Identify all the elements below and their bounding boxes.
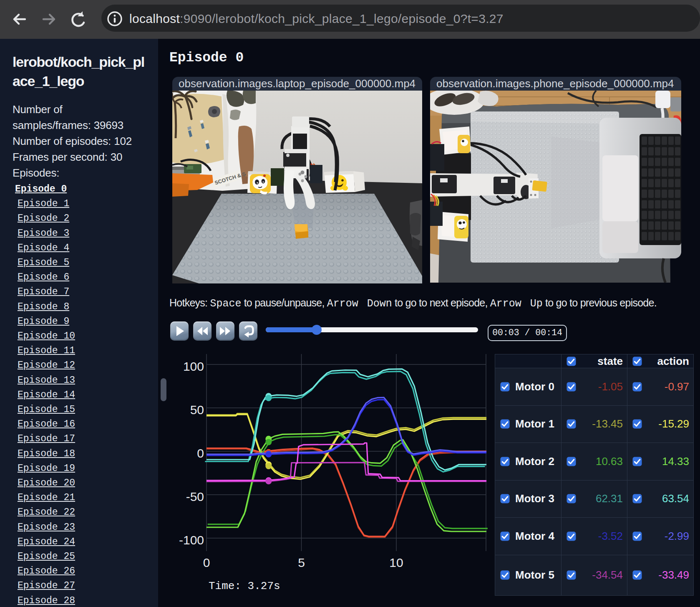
svg-text:0: 0 xyxy=(203,556,210,569)
svg-text:0: 0 xyxy=(197,446,204,460)
svg-text:5: 5 xyxy=(298,556,305,569)
svg-text:50: 50 xyxy=(190,403,204,417)
svg-text:Time: 3.27s: Time: 3.27s xyxy=(209,580,280,592)
svg-text:-100: -100 xyxy=(179,533,204,547)
svg-text:-50: -50 xyxy=(186,490,204,503)
svg-text:10: 10 xyxy=(389,556,403,569)
svg-text:100: 100 xyxy=(183,359,204,373)
